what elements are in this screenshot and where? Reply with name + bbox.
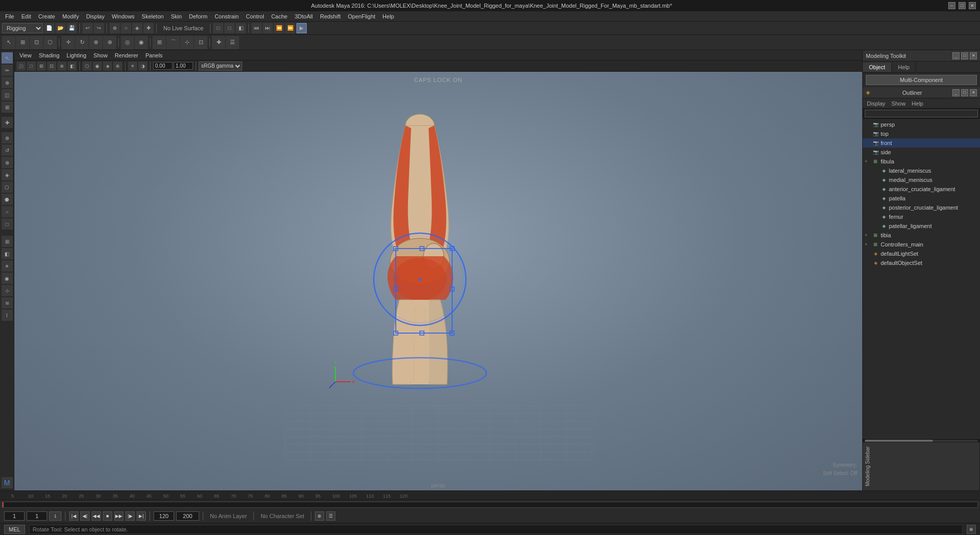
grid-tool-btn[interactable]: ⊞ (2, 236, 13, 247)
undo-btn[interactable]: ↩ (82, 23, 93, 33)
end-frame-input[interactable] (154, 511, 174, 521)
menu-edit[interactable]: Edit (18, 12, 34, 20)
tree-item-persp[interactable]: 📷 persp (863, 120, 980, 129)
shading-menu[interactable]: Shading (36, 51, 62, 59)
menu-redshift[interactable]: Redshift (317, 12, 344, 20)
menu-help[interactable]: Help (379, 12, 397, 20)
menu-create[interactable]: Create (35, 12, 58, 20)
cam-tool-btn[interactable]: ◧ (2, 248, 13, 259)
vp-wireframe-btn[interactable]: ⬡ (82, 61, 92, 71)
anim-btn3[interactable]: ⏪ (274, 23, 284, 33)
render-btn3[interactable]: ◧ (236, 23, 246, 33)
max-frame-input[interactable] (176, 511, 199, 521)
render-btn2[interactable]: □ (224, 23, 235, 33)
step-fwd-btn[interactable]: |▶ (125, 511, 135, 521)
move-btn[interactable]: ✚ (143, 23, 154, 33)
tree-item-controllers[interactable]: + ⊞ Controllers_main (863, 240, 980, 249)
redo-btn[interactable]: ↪ (94, 23, 104, 33)
vp-smooth-btn[interactable]: ◉ (93, 61, 102, 71)
menu-file[interactable]: File (2, 12, 17, 20)
current-frame-input[interactable] (27, 511, 47, 521)
tree-item-top[interactable]: 📷 top (863, 129, 980, 138)
anim-layer-icon-btn[interactable]: ☰ (326, 511, 335, 521)
go-end-btn[interactable]: ▶| (137, 511, 146, 521)
tree-item-objectset[interactable]: ◈ defaultObjectSet (863, 258, 980, 268)
vp-img-btn[interactable]: ◧ (68, 61, 77, 71)
vertex-tool-btn[interactable]: ○ (2, 206, 13, 217)
lattice-tool-btn[interactable]: ⊞ (2, 101, 13, 113)
outliner-horizontal-scrollbar[interactable] (865, 440, 978, 442)
vp-textured-btn[interactable]: ◈ (103, 61, 112, 71)
play-fwd-btn[interactable]: ▶▶ (114, 511, 123, 521)
hierarchy-icon[interactable]: ⊞ (16, 36, 29, 49)
plus-icon[interactable]: ✚ (212, 36, 225, 49)
tree-item-tibia[interactable]: + ⊞ tibia (863, 231, 980, 240)
lighting-menu[interactable]: Lighting (63, 51, 90, 59)
component-tool-btn[interactable]: ⬡ (2, 181, 13, 193)
tree-item-pcl[interactable]: ◈ posterior_cruciate_ligament (863, 203, 980, 212)
menu-3dtoall[interactable]: 3DtoAll (291, 12, 315, 20)
outliner-restore-btn[interactable]: □ (961, 89, 968, 96)
vp-resolution-btn[interactable]: ⊞ (37, 61, 46, 71)
mt-close-btn[interactable]: ✕ (970, 52, 977, 59)
paint-select-icon[interactable]: ⬡ (44, 36, 57, 49)
tree-item-patellar[interactable]: ◈ patellar_ligament (863, 221, 980, 231)
renderer-menu[interactable]: Renderer (112, 51, 141, 59)
bars-icon[interactable]: ☰ (226, 36, 239, 49)
menu-cache[interactable]: Cache (268, 12, 291, 20)
step-back-btn[interactable]: ◀| (80, 511, 90, 521)
tree-item-medial[interactable]: ◈ medial_meniscus (863, 175, 980, 184)
tree-item-front[interactable]: 📷 front (863, 138, 980, 148)
sculpt-tool-btn[interactable]: ⊕ (2, 77, 13, 88)
anim-play-btn[interactable]: ▶ (296, 23, 307, 33)
tab-object[interactable]: Object (863, 63, 892, 72)
snap-view-icon[interactable]: ⊡ (194, 36, 207, 49)
anim-btn1[interactable]: ⏮ (251, 23, 262, 33)
menu-control[interactable]: Control (243, 12, 267, 20)
menu-openflight[interactable]: OpenFlight (345, 12, 378, 20)
outliner-scrollbar-thumb[interactable] (865, 440, 933, 442)
mt-restore-btn[interactable]: □ (961, 52, 968, 59)
universal-icon[interactable]: ⊗ (103, 36, 116, 49)
timeline-track[interactable] (2, 502, 978, 508)
save-btn[interactable]: 💾 (67, 23, 77, 33)
timeline-playhead[interactable] (3, 502, 4, 507)
status-icon-btn[interactable]: ⊕ (967, 525, 976, 534)
menu-windows[interactable]: Windows (109, 12, 138, 20)
deform-icon[interactable]: ◉ (135, 36, 148, 49)
vp-light-btn[interactable]: ☀ (128, 61, 137, 71)
close-button[interactable]: ✕ (969, 2, 976, 9)
soft-mod-icon[interactable]: ◎ (121, 36, 134, 49)
multi-component-button[interactable]: Multi-Component (866, 75, 977, 85)
tree-item-lateral[interactable]: ◈ lateral_meniscus (863, 166, 980, 175)
lasso-icon[interactable]: ⊡ (30, 36, 43, 49)
vp-camera-btn[interactable]: 🎥 (16, 61, 26, 71)
paint-btn[interactable]: ◈ (132, 23, 142, 33)
panels-menu[interactable]: Panels (142, 51, 166, 59)
minimize-button[interactable]: − (948, 2, 955, 9)
maximize-button[interactable]: □ (958, 2, 966, 9)
anim-btn2[interactable]: ⏭ (263, 23, 273, 33)
tree-item-lightset[interactable]: ◈ defaultLightSet (863, 249, 980, 258)
show-menu[interactable]: Show (91, 51, 111, 59)
outliner-close-btn[interactable]: ✕ (970, 89, 977, 96)
vp-shadow-btn[interactable]: ◑ (138, 61, 147, 71)
particle-tool-btn[interactable]: ⊹ (2, 285, 13, 296)
menu-modify[interactable]: Modify (59, 12, 82, 20)
timeline-ruler[interactable]: 5 10 15 20 25 30 35 40 45 50 55 60 65 70… (0, 491, 980, 500)
move-icon[interactable]: ✛ (61, 36, 75, 49)
rotate-icon[interactable]: ↻ (75, 36, 89, 49)
play-back-btn[interactable]: ◀◀ (92, 511, 101, 521)
mel-button[interactable]: MEL (4, 525, 25, 534)
menu-skin[interactable]: Skin (168, 12, 185, 20)
menu-deform[interactable]: Deform (186, 12, 210, 20)
rotate-tool-btn[interactable]: ↺ (2, 145, 13, 156)
orient-tool-btn[interactable]: ⊗ (2, 132, 13, 143)
vp-heads-btn[interactable]: ⊗ (57, 61, 67, 71)
tree-item-acl[interactable]: ◈ anterior_cruciate_ligament (863, 184, 980, 194)
modeling-sidebar-tab[interactable]: Modeling Sidebar (863, 442, 980, 490)
open-btn[interactable]: 📂 (55, 23, 66, 33)
snap-curve-icon[interactable]: ⌒ (166, 36, 180, 49)
tree-item-femur[interactable]: ◈ femur (863, 212, 980, 221)
menu-display[interactable]: Display (83, 12, 108, 20)
